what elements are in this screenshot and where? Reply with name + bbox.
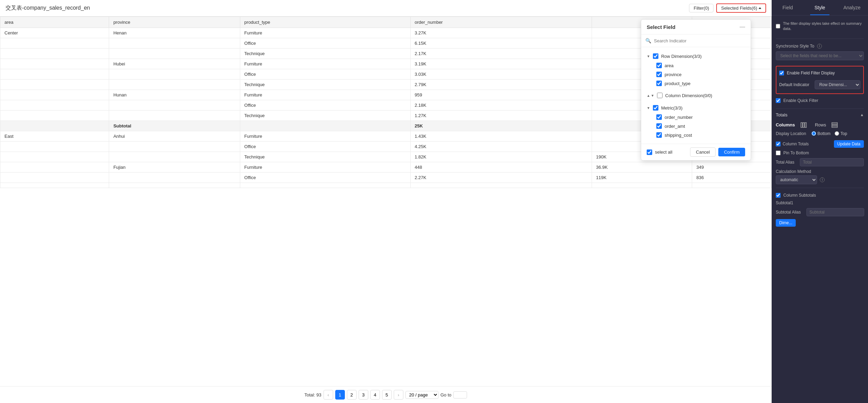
- field-order-number[interactable]: order_number: [641, 113, 751, 122]
- field-area[interactable]: area: [641, 61, 751, 70]
- subtotal-alias-label: Subtotal Alias: [776, 210, 801, 215]
- location-top-label[interactable]: Top: [835, 131, 847, 136]
- metric-checkbox[interactable]: [653, 105, 658, 111]
- dimension-button[interactable]: Dime...: [776, 219, 796, 227]
- table-cell: 2.27K: [410, 173, 592, 183]
- quick-filter-row: Enable Quick Filter: [776, 97, 864, 104]
- search-input[interactable]: [654, 38, 747, 43]
- field-province-checkbox[interactable]: [656, 72, 662, 77]
- pin-bottom-label: Pin To Bottom: [783, 151, 809, 155]
- calc-method-info-icon[interactable]: i: [820, 177, 825, 182]
- table-cell: [410, 183, 592, 188]
- field-shipping-cost[interactable]: shipping_cost: [641, 131, 751, 140]
- per-page-select[interactable]: 20 / page 50 / page 100 / page: [405, 391, 438, 399]
- page-5-btn[interactable]: 5: [382, 390, 392, 400]
- location-top-radio[interactable]: [835, 131, 839, 136]
- field-province[interactable]: province: [641, 70, 751, 79]
- filter-notice-row: The filter display styles take effect on…: [776, 20, 864, 33]
- divider-2: [776, 108, 864, 109]
- table-cell: 959: [410, 90, 592, 100]
- table-cell: 836: [692, 173, 772, 183]
- calc-method-select[interactable]: automatic: [776, 175, 817, 184]
- tab-analyze[interactable]: Analyze: [836, 0, 868, 15]
- row-dimension-checkbox[interactable]: [653, 53, 658, 59]
- table-cell: [109, 100, 240, 111]
- subtotal-alias-row: Subtotal Alias: [776, 207, 864, 218]
- metric-collapse-icon: ▼: [647, 106, 650, 110]
- row-dimension-collapse-icon: ▼: [647, 54, 650, 58]
- table-cell: [109, 183, 240, 188]
- sync-select[interactable]: Select the fields that need to be...: [776, 51, 864, 60]
- pagination: Total: 93 ‹ 1 2 3 4 5 › 20 / page 50 / p…: [0, 386, 772, 403]
- quick-filter-checkbox[interactable]: [776, 98, 781, 103]
- table-cell: [109, 111, 240, 121]
- table-cell: [109, 152, 240, 162]
- table-cell: [109, 173, 240, 183]
- column-subtotals-label: Column Subtotals: [783, 193, 816, 198]
- tab-field[interactable]: Field: [772, 0, 804, 15]
- column-subtotals-checkbox[interactable]: [776, 193, 781, 198]
- table-cell: Furniture: [240, 90, 410, 100]
- field-order-amt-checkbox[interactable]: [656, 123, 662, 129]
- page-2-btn[interactable]: 2: [347, 390, 357, 400]
- total-alias-input[interactable]: [800, 158, 864, 166]
- total-count: Total: 93: [305, 392, 321, 397]
- prev-page-btn[interactable]: ‹: [324, 390, 333, 400]
- field-area-checkbox[interactable]: [656, 63, 662, 68]
- tab-style[interactable]: Style: [804, 0, 836, 15]
- table-cell: [0, 100, 109, 111]
- table-cell: 6.15K: [410, 38, 592, 49]
- page-3-btn[interactable]: 3: [359, 390, 368, 400]
- cancel-button[interactable]: Cancel: [690, 147, 716, 157]
- dimension-row: Dime...: [776, 218, 864, 228]
- select-all-area: select all: [647, 149, 673, 155]
- table-cell: [0, 142, 109, 152]
- filter-notice-checkbox[interactable]: [776, 24, 780, 29]
- col-dimension-header[interactable]: ▲ ▼ Column Dimension(0/0): [641, 91, 751, 100]
- enable-filter-checkbox[interactable]: [779, 71, 784, 75]
- selected-fields-button[interactable]: Selected Fields(6): [716, 3, 766, 13]
- table-cell: Henan: [109, 28, 240, 38]
- col-dimension-label: Column Dimension(0/0): [665, 93, 712, 98]
- close-icon[interactable]: —: [740, 24, 745, 30]
- table-cell: Office: [240, 100, 410, 111]
- filter-notice-text: The filter display styles take effect on…: [783, 21, 864, 32]
- totals-cols-rows: Columns Rows: [776, 120, 864, 130]
- location-bottom-label[interactable]: Bottom: [812, 131, 830, 136]
- totals-collapse-icon[interactable]: ▲: [860, 113, 864, 117]
- pin-bottom-checkbox[interactable]: [776, 151, 781, 155]
- subtotal-alias-input[interactable]: [806, 208, 864, 216]
- field-product-type[interactable]: product_type: [641, 79, 751, 88]
- page-1-btn[interactable]: 1: [335, 390, 345, 400]
- field-order-amt[interactable]: order_amt: [641, 122, 751, 131]
- location-bottom-radio[interactable]: [812, 131, 816, 136]
- update-data-button[interactable]: Update Data: [834, 140, 864, 148]
- svg-rect-5: [832, 126, 837, 127]
- select-all-checkbox[interactable]: [647, 149, 652, 155]
- table-cell: Anhui: [109, 131, 240, 142]
- divider-3: [776, 188, 864, 188]
- table-cell: Technique: [240, 80, 410, 90]
- table-cell: Furniture: [240, 162, 410, 173]
- total-alias-row: Total Alias: [776, 157, 864, 168]
- default-indicator-select[interactable]: Row Dimensi...: [815, 80, 860, 89]
- field-product-type-checkbox[interactable]: [656, 81, 662, 86]
- sync-info-icon[interactable]: i: [817, 44, 822, 49]
- page-4-btn[interactable]: 4: [370, 390, 380, 400]
- field-order-number-checkbox[interactable]: [656, 114, 662, 120]
- totals-title: Totals ▲: [776, 112, 864, 117]
- next-page-btn[interactable]: ›: [394, 390, 403, 400]
- column-totals-checkbox[interactable]: [776, 142, 781, 146]
- col-dimension-checkbox[interactable]: [657, 93, 663, 98]
- filter-button[interactable]: Filter(0): [689, 4, 713, 12]
- row-dimension-header[interactable]: ▼ Row Dimension(3/3): [641, 51, 751, 61]
- metric-header[interactable]: ▼ Metric(3/3): [641, 103, 751, 113]
- table-cell: Hunan: [109, 90, 240, 100]
- confirm-button[interactable]: Confirm: [718, 148, 745, 156]
- goto-input[interactable]: [453, 391, 467, 399]
- table-cell: 119K: [592, 173, 692, 183]
- total-alias-label: Total Alias: [776, 160, 794, 165]
- table-cell: 25K: [410, 121, 592, 131]
- table-cell: Furniture: [240, 28, 410, 38]
- field-shipping-cost-checkbox[interactable]: [656, 132, 662, 138]
